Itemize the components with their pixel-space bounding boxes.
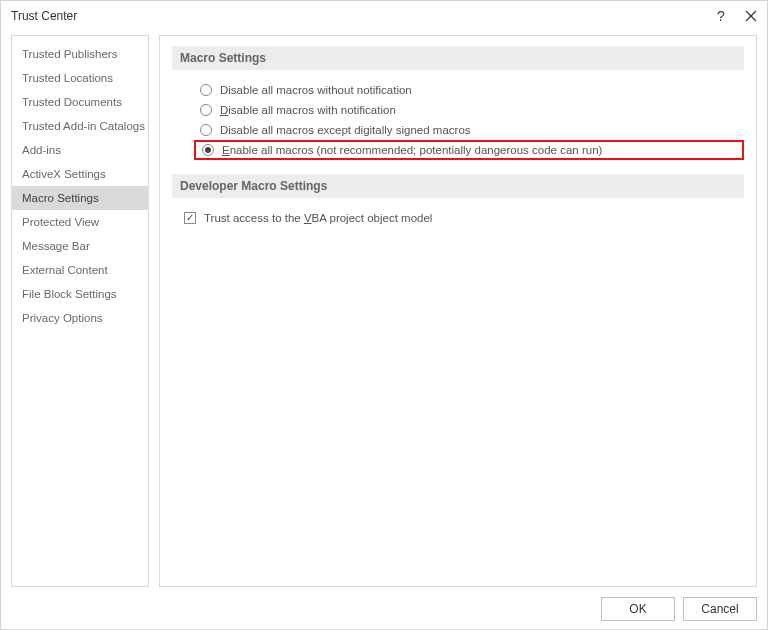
sidebar-item-message-bar[interactable]: Message Bar <box>12 234 148 258</box>
sidebar-item-protected-view[interactable]: Protected View <box>12 210 148 234</box>
radio-enable-all-macros[interactable]: Enable all macros (not recommended; pote… <box>194 140 744 160</box>
settings-panel: Macro Settings Disable all macros withou… <box>159 35 757 587</box>
sidebar-item-privacy-options[interactable]: Privacy Options <box>12 306 148 330</box>
dialog-footer: OK Cancel <box>601 597 757 621</box>
help-icon[interactable]: ? <box>713 8 729 24</box>
titlebar-controls: ? <box>713 8 759 24</box>
sidebar-item-macro-settings[interactable]: Macro Settings <box>12 186 148 210</box>
macro-settings-header: Macro Settings <box>172 46 744 70</box>
radio-label: Disable all macros except digitally sign… <box>220 124 471 136</box>
sidebar-item-trusted-locations[interactable]: Trusted Locations <box>12 66 148 90</box>
cancel-button[interactable]: Cancel <box>683 597 757 621</box>
radio-label: Enable all macros (not recommended; pote… <box>222 144 602 156</box>
sidebar-item-trusted-publishers[interactable]: Trusted Publishers <box>12 42 148 66</box>
close-icon[interactable] <box>743 8 759 24</box>
radio-disable-with-notification[interactable]: Disable all macros with notification <box>200 100 744 120</box>
radio-icon <box>200 124 212 136</box>
sidebar-item-trusted-documents[interactable]: Trusted Documents <box>12 90 148 114</box>
radio-icon <box>200 104 212 116</box>
developer-macro-settings-header: Developer Macro Settings <box>172 174 744 198</box>
radio-label: Disable all macros without notification <box>220 84 412 96</box>
sidebar-item-file-block-settings[interactable]: File Block Settings <box>12 282 148 306</box>
radio-label: Disable all macros with notification <box>220 104 396 116</box>
radio-disable-except-signed[interactable]: Disable all macros except digitally sign… <box>200 120 744 140</box>
macro-radio-group: Disable all macros without notification … <box>172 80 744 160</box>
sidebar-item-activex-settings[interactable]: ActiveX Settings <box>12 162 148 186</box>
sidebar-item-addins[interactable]: Add-ins <box>12 138 148 162</box>
checkbox-icon: ✓ <box>184 212 196 224</box>
radio-disable-no-notification[interactable]: Disable all macros without notification <box>200 80 744 100</box>
checkbox-trust-vba[interactable]: ✓ Trust access to the VBA project object… <box>172 208 744 224</box>
radio-icon <box>202 144 214 156</box>
sidebar-item-external-content[interactable]: External Content <box>12 258 148 282</box>
radio-icon <box>200 84 212 96</box>
sidebar-item-trusted-addin-catalogs[interactable]: Trusted Add-in Catalogs <box>12 114 148 138</box>
ok-button[interactable]: OK <box>601 597 675 621</box>
category-sidebar: Trusted Publishers Trusted Locations Tru… <box>11 35 149 587</box>
dialog-title: Trust Center <box>11 9 77 23</box>
checkbox-label: Trust access to the VBA project object m… <box>204 212 432 224</box>
